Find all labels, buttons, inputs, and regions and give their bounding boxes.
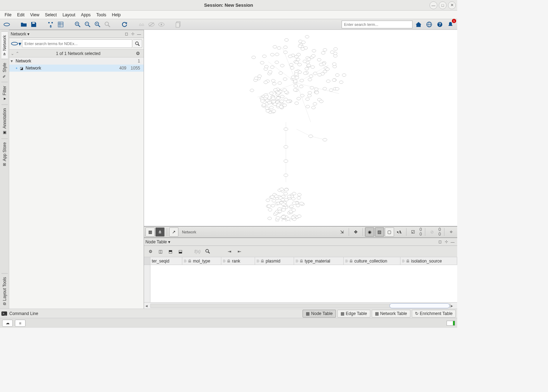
- minimize-table-icon[interactable]: —: [449, 239, 456, 245]
- col-rank[interactable]: ⊪🔒︎rank: [221, 257, 255, 265]
- svg-point-93: [294, 84, 298, 87]
- sidetab-layouttools[interactable]: ⧉Layout Tools: [1, 273, 8, 309]
- minimize-panel-icon[interactable]: —: [136, 31, 142, 37]
- tab-edge-table[interactable]: ▦Edge Table: [337, 310, 370, 318]
- menu-select[interactable]: Select: [43, 12, 59, 18]
- cloud-icon[interactable]: ☁: [2, 320, 13, 327]
- pin-table-icon[interactable]: ⊹: [443, 239, 449, 245]
- network-panel-title[interactable]: Network ▾: [11, 32, 29, 37]
- table-search-icon[interactable]: [203, 247, 212, 256]
- col-ter-seqid[interactable]: ter_seqid: [150, 257, 182, 265]
- menu-help[interactable]: Help: [110, 12, 123, 18]
- pin-icon[interactable]: ⊹: [129, 31, 136, 37]
- tab-network-table[interactable]: ▦Network Table: [372, 310, 410, 318]
- col-mol-type[interactable]: ⊪🔒︎mol_type: [182, 257, 221, 265]
- table-export-icon[interactable]: ⬓: [176, 247, 184, 256]
- ndex-search-input[interactable]: [22, 39, 132, 48]
- globe-icon[interactable]: [425, 20, 434, 29]
- terminal-icon: >_: [1, 311, 7, 316]
- show-icon: [157, 20, 166, 29]
- fit-selected-icon[interactable]: ✧: [447, 227, 456, 237]
- menu-layout[interactable]: Layout: [60, 12, 78, 18]
- svg-line-14: [88, 25, 90, 27]
- col-isolation-source[interactable]: ⊪🔒︎isolation_source: [400, 257, 457, 265]
- menu-file[interactable]: File: [2, 12, 14, 18]
- always-show-label-icon[interactable]: ▾A: [395, 227, 404, 237]
- sidetab-style[interactable]: ✎Style: [1, 59, 8, 82]
- network-view[interactable]: [144, 30, 457, 226]
- zoom-fit-icon[interactable]: [93, 20, 102, 29]
- table-in-icon[interactable]: ⇥: [225, 247, 234, 256]
- home-icon[interactable]: [414, 20, 423, 29]
- scroll-right-icon[interactable]: ▸: [451, 303, 456, 308]
- table-import-icon[interactable]: ⬒: [166, 247, 175, 256]
- table-body[interactable]: [144, 265, 457, 302]
- formula-icon[interactable]: f(x): [193, 249, 202, 254]
- dock-table-icon[interactable]: ◻: [437, 239, 443, 245]
- bird-eye-icon[interactable]: ✥: [351, 227, 360, 237]
- table-out-icon[interactable]: ⇤: [235, 247, 244, 256]
- command-line-label[interactable]: Command Line: [9, 311, 38, 316]
- memory-indicator[interactable]: [447, 321, 455, 326]
- copy-icon: [174, 20, 183, 29]
- svg-line-321: [208, 252, 210, 253]
- show-graphics-toggle[interactable]: ◉: [365, 227, 374, 237]
- open-icon[interactable]: [19, 20, 28, 29]
- table-columns-icon[interactable]: ◫: [156, 247, 165, 256]
- ndex-search-button[interactable]: [133, 39, 142, 48]
- col-culture-collection[interactable]: ⊪🔒︎culture_collection: [344, 257, 400, 265]
- col-plasmid[interactable]: ⊪🔒︎plasmid: [255, 257, 294, 265]
- checkbox-icon[interactable]: ☑: [409, 227, 418, 237]
- collapse-icon[interactable]: ▾: [11, 59, 16, 64]
- minimize-button[interactable]: —: [430, 1, 437, 9]
- menu-apps[interactable]: Apps: [78, 12, 93, 18]
- ndex-logo-button[interactable]: [2, 20, 11, 29]
- sidetab-filter[interactable]: ▼Filter: [1, 82, 8, 105]
- import-network-icon[interactable]: [46, 20, 55, 29]
- list-icon[interactable]: ≡: [15, 320, 26, 327]
- svg-point-204: [270, 106, 273, 109]
- sidetab-network[interactable]: ⋔Network: [1, 31, 8, 59]
- expand-up-icon[interactable]: ⌃: [16, 51, 21, 56]
- gear-icon[interactable]: ⚙: [136, 51, 142, 56]
- zoom-out-icon[interactable]: [83, 20, 92, 29]
- brush-icon: ✎: [2, 74, 7, 78]
- table-settings-icon[interactable]: ⚙: [146, 247, 155, 256]
- scroll-left-icon[interactable]: ◂: [145, 303, 150, 308]
- table-panel-title[interactable]: Node Table ▾: [145, 239, 170, 244]
- help-icon[interactable]: ?: [435, 20, 444, 29]
- tree-root[interactable]: ▾ Network 1: [9, 57, 144, 65]
- tab-node-table[interactable]: ▦Node Table: [303, 310, 336, 318]
- dock-icon[interactable]: ◻: [123, 31, 129, 37]
- tree-item-network[interactable]: ● ◪ Network 409 1055: [9, 65, 144, 72]
- scroll-thumb[interactable]: [389, 303, 450, 308]
- search-input[interactable]: [342, 21, 413, 28]
- tab-enrichment-table[interactable]: ↻Enrichment Table: [412, 310, 456, 318]
- sidetab-appstore[interactable]: ⊞App Store: [1, 138, 8, 169]
- svg-point-264: [271, 204, 275, 207]
- col-type-material[interactable]: ⊪🔒︎type_material: [294, 257, 344, 265]
- detach-view-icon[interactable]: ↗: [169, 227, 178, 237]
- sidetab-annotation[interactable]: ▣Annotation: [1, 104, 8, 138]
- menu-tools[interactable]: Tools: [94, 12, 109, 18]
- bell-icon[interactable]: 1: [446, 20, 455, 29]
- maximize-button[interactable]: □: [439, 1, 447, 9]
- expand-down-icon[interactable]: ⌄: [11, 51, 16, 56]
- save-icon[interactable]: [29, 20, 38, 29]
- show-labels-toggle[interactable]: ▢: [385, 227, 394, 237]
- menu-edit[interactable]: Edit: [15, 12, 27, 18]
- svg-point-168: [307, 58, 311, 61]
- refresh-icon[interactable]: [120, 20, 129, 29]
- zoom-in-icon[interactable]: [73, 20, 82, 29]
- ndex-icon[interactable]: ▾: [11, 40, 21, 47]
- export-icon[interactable]: ⇲: [337, 227, 347, 237]
- network-view-icon[interactable]: ⋔: [155, 227, 165, 237]
- grid-view-icon[interactable]: ▦: [145, 227, 155, 237]
- import-table-icon[interactable]: [56, 20, 65, 29]
- zoom-selected-icon: [103, 20, 112, 29]
- menu-view[interactable]: View: [28, 12, 42, 18]
- svg-point-219: [283, 104, 287, 107]
- show-edges-toggle[interactable]: ▨: [375, 227, 384, 237]
- close-button[interactable]: ✕: [448, 1, 456, 9]
- table-hscroll[interactable]: ◂ ▸: [144, 302, 457, 309]
